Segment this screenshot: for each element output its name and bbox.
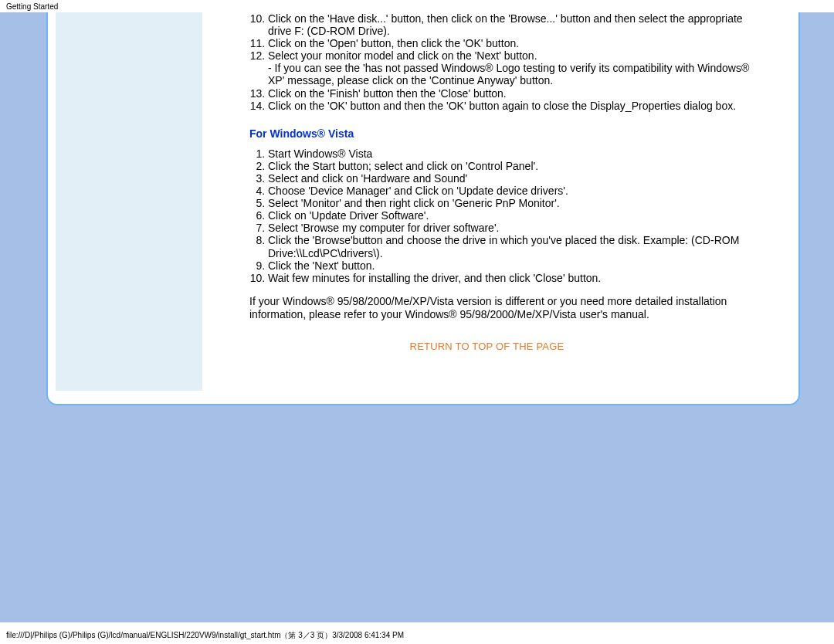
page-background: Click on the 'Have disk...' button, then… bbox=[0, 12, 834, 622]
note-paragraph: If your Windows® 95/98/2000/Me/XP/Vista … bbox=[249, 295, 768, 321]
list-item: Click on the 'Open' button, then click t… bbox=[268, 37, 768, 49]
list-item: Click on the 'Have disk...' button, then… bbox=[268, 12, 768, 37]
footer-path: file:///D|/Philips (G)/Philips (G)/lcd/m… bbox=[6, 630, 404, 641]
main-content: Click on the 'Have disk...' button, then… bbox=[206, 12, 791, 396]
return-to-top-link[interactable]: RETURN TO TOP OF THE PAGE bbox=[206, 341, 768, 352]
content-card: Click on the 'Have disk...' button, then… bbox=[46, 12, 800, 405]
list-item: Start Windows® Vista bbox=[268, 147, 768, 160]
list-item: Wait few minutes for installing the driv… bbox=[268, 272, 768, 284]
list-item: Click the 'Browse'button and choose the … bbox=[268, 234, 768, 259]
list-item: Select and click on 'Hardware and Sound' bbox=[268, 172, 768, 185]
vista-heading: For Windows® Vista bbox=[249, 127, 768, 140]
list-item: Select 'Browse my computer for driver so… bbox=[268, 222, 768, 234]
list-item: Click on 'Update Driver Software'. bbox=[268, 209, 768, 222]
list-item: Click the 'Next' button. bbox=[268, 259, 768, 272]
page-header: Getting Started bbox=[0, 0, 834, 12]
sidebar-placeholder bbox=[56, 12, 202, 391]
list-item: Click on the 'OK' button and then the 'O… bbox=[268, 100, 768, 112]
xp-steps-list: Click on the 'Have disk...' button, then… bbox=[206, 12, 768, 112]
list-item: Click on the 'Finish' button then the 'C… bbox=[268, 87, 768, 100]
list-item: Select your monitor model and click on t… bbox=[268, 49, 768, 86]
list-item: Select 'Monitor' and then right click on… bbox=[268, 197, 768, 209]
vista-steps-list: Start Windows® Vista Click the Start but… bbox=[206, 147, 768, 284]
list-item: Click the Start button; select and click… bbox=[268, 160, 768, 172]
list-item: Choose 'Device Manager' and Click on 'Up… bbox=[268, 185, 768, 197]
